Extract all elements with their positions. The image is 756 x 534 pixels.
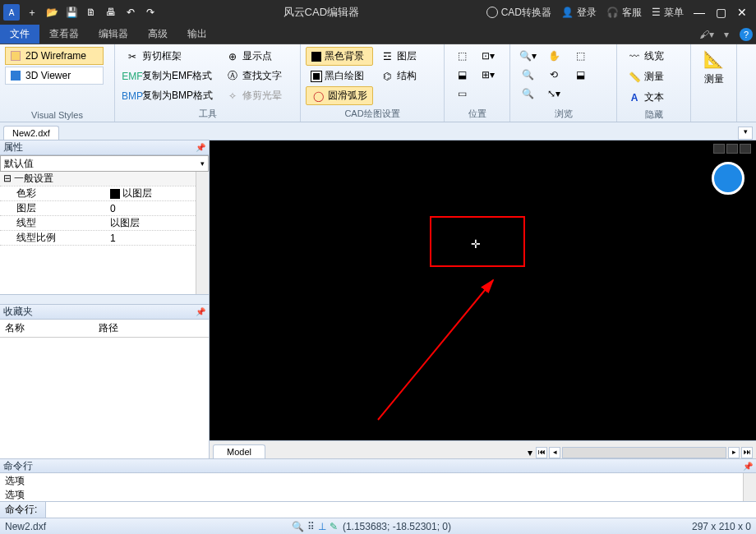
- cad-converter-link[interactable]: CAD转换器: [486, 6, 551, 20]
- trim-halo-button[interactable]: ✧修剪光晕: [220, 86, 288, 105]
- prop-row-layer[interactable]: 图层0: [0, 201, 209, 216]
- scrollbar[interactable]: [196, 172, 209, 294]
- chevron-down-icon[interactable]: ▾: [717, 25, 736, 44]
- show-point-button[interactable]: ⊕显示点: [220, 47, 288, 66]
- smooth-arc-button[interactable]: ◯圆滑弧形: [306, 86, 373, 105]
- prop-row-color[interactable]: 色彩 以图层: [0, 186, 209, 201]
- view-btn-2[interactable]: ⬓: [568, 66, 592, 84]
- clip-frame-button[interactable]: ✂剪切框架: [120, 47, 219, 66]
- view-icon-1: ⬚: [574, 49, 587, 62]
- pin-icon[interactable]: 📌: [743, 462, 753, 471]
- new-file-icon[interactable]: ＋: [23, 3, 41, 21]
- copy-bmp-button[interactable]: BMP复制为BMP格式: [120, 86, 219, 105]
- annotation-arrow: [370, 264, 534, 428]
- copy-emf-button[interactable]: EMF复制为EMF格式: [120, 67, 219, 85]
- pos-icon-2: ⬓: [455, 68, 468, 81]
- model-tab[interactable]: Model: [213, 444, 265, 458]
- snap-icon[interactable]: 🔍: [292, 521, 304, 532]
- tab-dropdown[interactable]: ▾: [738, 127, 753, 140]
- model-dropdown[interactable]: ▾: [528, 447, 532, 458]
- layers-button[interactable]: ☲图层: [375, 47, 422, 66]
- style-dropdown-icon[interactable]: 🖌▾: [697, 25, 717, 44]
- pin-icon[interactable]: 📌: [196, 143, 205, 152]
- black-bg-button[interactable]: 黑色背景: [306, 47, 373, 66]
- menu-viewer[interactable]: 查看器: [39, 25, 89, 44]
- nav-badge[interactable]: [712, 162, 744, 195]
- canvas-min-button[interactable]: [713, 144, 725, 154]
- bw-draw-button[interactable]: 黑白绘图: [306, 67, 373, 85]
- open-file-icon[interactable]: 📂: [43, 3, 61, 21]
- undo-icon[interactable]: ↶: [122, 3, 140, 21]
- save-icon[interactable]: 💾: [62, 3, 81, 21]
- measure-button[interactable]: 📏测量: [622, 67, 670, 86]
- drawing-canvas[interactable]: ✛: [210, 140, 756, 440]
- close-button[interactable]: ✕: [731, 3, 753, 21]
- favorites-title: 收藏夹: [3, 305, 33, 319]
- col-name[interactable]: 名称: [0, 321, 99, 335]
- ortho-icon[interactable]: ⊥: [318, 521, 326, 532]
- prop-row-ltscale[interactable]: 线型比例1: [0, 231, 209, 246]
- pos-btn-5[interactable]: ⊞▾: [476, 66, 500, 84]
- grid-icon[interactable]: ⠿: [307, 521, 315, 532]
- scroll-right[interactable]: ▸: [728, 447, 740, 458]
- viewer-3d-button[interactable]: 3D Viewer: [5, 67, 104, 85]
- help-button[interactable]: ?: [736, 25, 756, 44]
- pos-btn-2[interactable]: ⬓: [449, 66, 474, 84]
- polar-icon[interactable]: ✎: [330, 521, 338, 532]
- maximize-button[interactable]: ▢: [710, 3, 731, 21]
- command-input[interactable]: [46, 502, 756, 518]
- zoom-btn-1[interactable]: 🔍▾: [515, 47, 540, 65]
- command-panel-header: 命令行 📌: [0, 459, 756, 473]
- find-text-button[interactable]: Ⓐ查找文字: [220, 67, 288, 85]
- ribbon-group-browse: 🔍▾ 🔍 🔍 ✋ ⟲ ⤡▾ ⬚ ⬓ 浏览: [510, 44, 617, 122]
- chevron-down-icon: ▾: [201, 159, 205, 168]
- menu-file[interactable]: 文件: [0, 25, 39, 44]
- canvas-close-button[interactable]: [740, 144, 751, 154]
- orbit-button[interactable]: ⟲: [542, 66, 566, 84]
- print-icon[interactable]: 🖶: [102, 3, 120, 21]
- zoom-btn-2[interactable]: 🔍: [515, 66, 540, 84]
- prop-section-general[interactable]: ⊟ 一般设置: [0, 172, 209, 186]
- color-swatch: [110, 189, 120, 199]
- zoom-out-icon: 🔍: [521, 68, 534, 81]
- zoom-btn-3[interactable]: 🔍: [515, 85, 540, 103]
- file-tabstrip: New2.dxf ▾: [0, 122, 756, 140]
- pin-icon[interactable]: 📌: [196, 307, 205, 316]
- col-path[interactable]: 路径: [99, 321, 118, 335]
- pos-icon-3: ▭: [455, 87, 468, 100]
- panel-splitter[interactable]: [0, 295, 209, 305]
- canvas-max-button[interactable]: [726, 144, 738, 154]
- minimize-button[interactable]: —: [689, 3, 710, 21]
- hscrollbar[interactable]: [562, 447, 726, 458]
- file-tab[interactable]: New2.dxf: [3, 126, 59, 140]
- menu-output[interactable]: 输出: [177, 25, 217, 44]
- login-link[interactable]: 👤登录: [561, 6, 597, 20]
- pan-button[interactable]: ✋: [542, 47, 566, 65]
- structure-button[interactable]: ⌬结构: [375, 67, 422, 85]
- scroll-first[interactable]: ⏮: [536, 447, 547, 458]
- redo-icon[interactable]: ↷: [141, 3, 159, 21]
- ruler-big-icon: 📐: [703, 49, 724, 69]
- point-icon: ⊕: [226, 50, 239, 63]
- prop-row-linetype[interactable]: 线型以图层: [0, 216, 209, 231]
- measure-big-button[interactable]: 📐 测量: [698, 47, 730, 93]
- scrollbar[interactable]: [743, 473, 756, 501]
- scroll-last[interactable]: ⏭: [741, 447, 753, 458]
- menu-link[interactable]: ☰菜单: [652, 6, 684, 20]
- trim-icon: ✧: [226, 90, 239, 103]
- scroll-left[interactable]: ◂: [549, 447, 560, 458]
- text-button[interactable]: A文本: [622, 88, 670, 107]
- view-btn-1[interactable]: ⬚: [568, 47, 592, 65]
- wireframe-2d-button[interactable]: 2D Wireframe: [5, 47, 104, 65]
- nav-button[interactable]: ⤡▾: [542, 85, 566, 103]
- default-combo[interactable]: 默认值 ▾: [0, 155, 209, 172]
- menu-advanced[interactable]: 高级: [138, 25, 177, 44]
- service-link[interactable]: 🎧客服: [606, 6, 642, 20]
- line-width-button[interactable]: 〰线宽: [622, 47, 670, 66]
- pos-btn-1[interactable]: ⬚: [449, 47, 474, 65]
- menu-editor[interactable]: 编辑器: [89, 25, 138, 44]
- status-dimensions: 297 x 210 x 0: [692, 521, 751, 532]
- pos-btn-3[interactable]: ▭: [449, 85, 474, 103]
- pos-btn-4[interactable]: ⊡▾: [476, 47, 500, 65]
- save-as-icon[interactable]: 🗎: [82, 3, 100, 21]
